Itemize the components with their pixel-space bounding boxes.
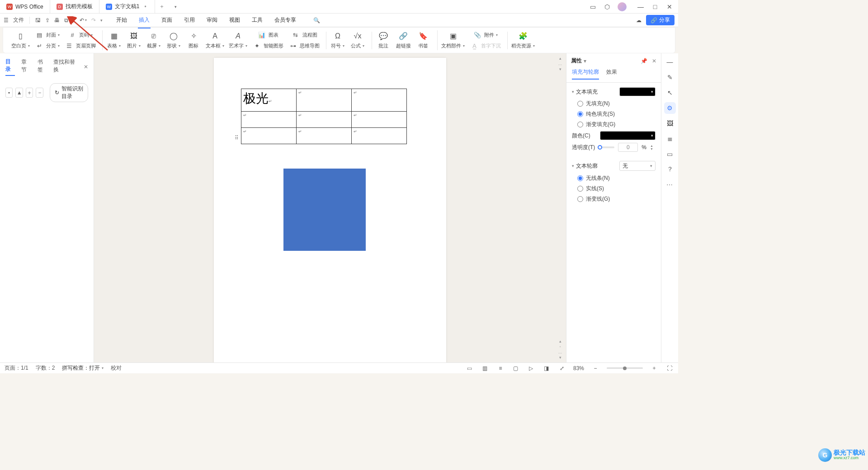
view-web-icon[interactable]: ▢ xyxy=(512,364,520,372)
docparts-button[interactable]: ▣文档部件 xyxy=(441,32,465,49)
dropcap-button[interactable]: A̲首字下沉 xyxy=(469,41,501,50)
nav-tab-toc[interactable]: 目录 xyxy=(5,58,15,76)
tab-template[interactable]: D 找稻壳模板 xyxy=(50,0,99,13)
mindmap-button[interactable]: ⊶思维导图 xyxy=(288,41,320,50)
hyperlink-button[interactable]: 🔗超链接 xyxy=(396,32,411,49)
comment-button[interactable]: 💬批注 xyxy=(376,32,391,49)
window-minimize-icon[interactable]: — xyxy=(637,3,645,11)
rail-select-icon[interactable]: ↖ xyxy=(664,87,676,99)
export-icon[interactable]: ⇪ xyxy=(45,17,50,24)
iconlib-button[interactable]: ✧图标 xyxy=(186,32,201,49)
fit-page-icon[interactable]: ⤢ xyxy=(558,364,566,372)
chart-button[interactable]: 📊图表 xyxy=(252,30,283,39)
document-canvas[interactable]: ▴…▾ 极光↵ ↵ ↵ ↵↵↵ ↵↵↵ ⠿ ▴◦…▾ xyxy=(94,53,566,362)
menu-start[interactable]: 开始 xyxy=(115,14,128,26)
rail-collapse-icon[interactable]: — xyxy=(664,56,676,68)
toc-up-button[interactable]: ▲ xyxy=(15,88,23,98)
screenshot-button[interactable]: ⎚截屏 xyxy=(146,32,161,49)
status-spellcheck[interactable]: 拼写检查：打开▾ xyxy=(62,364,104,372)
shape-rectangle[interactable] xyxy=(283,169,366,251)
pin-icon[interactable]: 📌 xyxy=(641,58,647,64)
zoom-value[interactable]: 83% xyxy=(573,365,584,371)
rail-more-icon[interactable]: ⋯ xyxy=(664,179,676,191)
resources-button[interactable]: 🧩稻壳资源 xyxy=(511,32,535,49)
outline-solid-radio[interactable]: 实线(S) xyxy=(577,185,604,193)
add-tab-button[interactable]: ＋ xyxy=(155,0,169,13)
rail-layers-icon[interactable]: ≣ xyxy=(664,133,676,145)
menu-member[interactable]: 会员专享 xyxy=(274,14,297,26)
hamburger-menu-icon[interactable]: ☰ xyxy=(4,17,9,24)
window-close-icon[interactable]: ✕ xyxy=(665,3,674,11)
menu-insert[interactable]: 插入 xyxy=(138,14,151,26)
zoom-in-icon[interactable]: ＋ xyxy=(650,364,658,372)
cloud-sync-icon[interactable]: ☁ xyxy=(636,17,642,24)
bookmark-button[interactable]: 🔖书签 xyxy=(415,32,431,49)
toc-remove-button[interactable]: － xyxy=(36,88,43,98)
blank-page-button[interactable]: ▯ 空白页 xyxy=(11,32,30,49)
equation-button[interactable]: √x公式 xyxy=(350,32,365,49)
wordart-button[interactable]: A艺术字 xyxy=(229,32,247,49)
rail-edit-icon[interactable]: ✎ xyxy=(664,71,676,83)
ruler-bottom-handle[interactable]: ▴◦…▾ xyxy=(558,339,562,360)
panel-close-icon[interactable]: ✕ xyxy=(652,58,656,64)
prop-tab-effect[interactable]: 效果 xyxy=(606,68,617,80)
nav-tab-bookmark[interactable]: 书签 xyxy=(38,58,47,75)
zoom-out-icon[interactable]: − xyxy=(591,364,599,372)
flowchart-button[interactable]: ⇆流程图 xyxy=(288,30,320,39)
window-maximize-icon[interactable]: □ xyxy=(651,3,659,11)
status-page[interactable]: 页面：1/1 xyxy=(5,364,28,372)
outline-none-radio[interactable]: 无线条(N) xyxy=(577,174,610,182)
rail-settings-icon[interactable]: ⚙ xyxy=(664,102,676,114)
toc-level-dropdown[interactable]: ▾ xyxy=(5,88,13,98)
outline-select[interactable]: 无▾ xyxy=(619,161,656,171)
rail-help-icon[interactable]: ？ xyxy=(664,164,676,175)
page-break-button[interactable]: ↵ 分页 xyxy=(34,41,60,50)
ruler-top-handle[interactable]: ▴…▾ xyxy=(558,56,562,65)
view-outline-icon[interactable]: ≡ xyxy=(496,364,505,372)
share-button[interactable]: 🔗 分享 xyxy=(646,15,675,25)
menu-view[interactable]: 视图 xyxy=(228,14,241,26)
tab-document-active[interactable]: W 文字文稿1 • xyxy=(99,0,156,13)
picture-button[interactable]: 🖼图片 xyxy=(126,32,142,49)
fullscreen-icon[interactable]: ⛶ xyxy=(665,364,674,372)
color-picker[interactable]: ▾ xyxy=(600,131,656,140)
nav-close-icon[interactable]: ✕ xyxy=(84,64,88,70)
smart-toc-button[interactable]: ↻ 智能识别目录 xyxy=(50,83,88,102)
rail-book-icon[interactable]: ▭ xyxy=(664,148,676,160)
opacity-input[interactable]: 0 xyxy=(618,143,638,152)
file-menu[interactable]: 文件 xyxy=(13,16,24,24)
attachment-button[interactable]: 📎附件 xyxy=(469,30,501,39)
fill-swatch[interactable]: ▾ xyxy=(619,87,656,96)
menu-reference[interactable]: 引用 xyxy=(183,14,196,26)
menu-review[interactable]: 审阅 xyxy=(206,14,218,26)
view-read-icon[interactable]: ▷ xyxy=(527,364,535,372)
view-page-icon[interactable]: ▥ xyxy=(481,364,489,372)
status-words[interactable]: 字数：2 xyxy=(36,364,55,372)
save-icon[interactable]: 🖫 xyxy=(35,17,41,24)
symbol-button[interactable]: Ω符号 xyxy=(330,32,345,49)
toc-add-button[interactable]: ＋ xyxy=(26,88,33,98)
menu-tool[interactable]: 工具 xyxy=(251,14,264,26)
search-icon[interactable]: 🔍 xyxy=(313,17,320,24)
outline-gradient-radio[interactable]: 渐变线(G) xyxy=(577,195,610,203)
opacity-slider[interactable] xyxy=(600,146,614,148)
table-cell-text[interactable]: 极光 xyxy=(243,91,269,105)
prop-tab-fill[interactable]: 填充与轮廓 xyxy=(572,68,599,80)
table-move-handle-icon[interactable]: ⠿ xyxy=(235,135,239,139)
fill-solid-radio[interactable]: 纯色填充(S) xyxy=(577,110,615,118)
apps-icon[interactable]: ⬡ xyxy=(603,3,611,11)
view-focus-icon[interactable]: ◨ xyxy=(542,364,551,372)
smartart-button[interactable]: ✦智能图形 xyxy=(252,41,283,50)
opacity-stepper[interactable]: ▲▼ xyxy=(650,144,656,150)
shape-button[interactable]: ◯形状 xyxy=(166,32,181,49)
zoom-slider[interactable] xyxy=(607,367,643,369)
document-table[interactable]: 极光↵ ↵ ↵ ↵↵↵ ↵↵↵ xyxy=(241,89,407,144)
fill-none-radio[interactable]: 无填充(N) xyxy=(577,100,610,108)
print-icon[interactable]: 🖶 xyxy=(54,17,60,24)
status-ime-icon[interactable]: ▭ xyxy=(466,364,474,372)
textbox-button[interactable]: A文本框 xyxy=(206,32,224,49)
menu-page[interactable]: 页面 xyxy=(160,14,173,26)
nav-tab-findreplace[interactable]: 查找和替换 xyxy=(53,58,77,75)
properties-dropdown-icon[interactable]: ▾ xyxy=(584,58,586,64)
fill-gradient-radio[interactable]: 渐变填充(G) xyxy=(577,121,615,128)
